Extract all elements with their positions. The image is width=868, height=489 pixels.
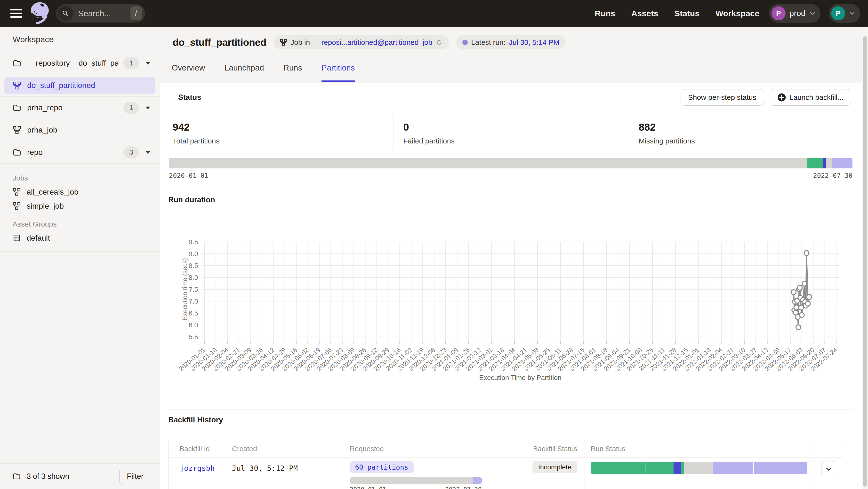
sidebar-footer: 3 of 3 shown Filter [0,463,160,489]
page-title: do_stuff_partitioned [173,37,266,48]
tab-runs[interactable]: Runs [283,63,302,82]
stat-label: Missing partitions [639,137,852,145]
nav-link-status[interactable]: Status [674,9,700,18]
run-duration-chart[interactable]: 9.59.08.58.07.57.06.56.05.52020-01-01202… [160,233,854,394]
search-shortcut-key: / [130,6,142,20]
svg-text:6.5: 6.5 [189,309,198,317]
job-origin-link[interactable]: __reposi...artitioned@partitioned_job [313,38,432,46]
repo-count-text: 3 of 3 shown [27,472,119,481]
svg-text:6.0: 6.0 [189,321,198,329]
sidebar-item-simple-job[interactable]: simple_job [12,199,151,213]
search-icon [58,6,73,21]
main-content: do_stuff_partitioned Job in __reposi...a… [160,27,868,489]
stat-total-partitions: 942 Total partitions [168,114,393,150]
requested-range-start: 2020-01-01 [350,486,386,489]
folder-icon [12,472,21,481]
job-icon [12,126,21,134]
created-timestamp: Jul 30, 5:12 PM [232,464,298,472]
folder-icon [12,103,21,112]
tab-launchpad[interactable]: Launchpad [224,63,264,82]
run-status-dot [462,40,468,45]
svg-text:7.0: 7.0 [189,298,198,305]
job-origin-prefix: Job in [290,38,310,46]
caret-down-icon[interactable] [145,105,151,111]
backfill-table: Backfill Id Created Requested Backfill S… [168,440,843,489]
svg-text:8.0: 8.0 [189,274,198,281]
nav-link-runs[interactable]: Runs [595,9,615,18]
job-icon [12,202,21,210]
filter-button[interactable]: Filter [119,468,151,485]
job-origin-pill: Job in __reposi...artitioned@partitioned… [274,35,449,50]
job-icon [12,188,21,196]
asset-groups-section-label: Asset Groups [12,219,151,229]
search-bar[interactable]: / [56,4,145,23]
nav-link-workspace[interactable]: Workspace [715,9,760,18]
dagster-logo-icon[interactable] [29,2,51,25]
latest-run-prefix: Latest run: [471,38,505,46]
count-badge: 1 [123,102,139,113]
svg-text:8.5: 8.5 [189,262,198,269]
stat-value: 0 [403,121,629,133]
expand-row-button[interactable] [821,461,836,477]
jobs-section-label: Jobs [12,173,151,183]
scrollbar-thumb[interactable] [863,36,867,487]
caret-down-icon[interactable] [145,60,151,66]
stat-failed-partitions: 0 Failed partitions [393,114,629,150]
partition-health-bar[interactable] [169,158,852,168]
sidebar-item-prha-job[interactable]: prha_job [0,119,160,141]
sidebar-item-default-asset-group[interactable]: default [12,231,151,245]
backfill-table-header: Backfill Id Created Requested Backfill S… [168,440,843,458]
deployment-switcher[interactable]: P prod [769,4,820,23]
requested-partitions-pill[interactable]: 60 partitions [350,461,414,473]
status-heading: Status [178,93,201,102]
range-end-label: 2022-07-30 [813,172,852,179]
launch-backfill-button[interactable]: Launch backfill... [770,89,851,106]
tab-overview[interactable]: Overview [172,63,205,82]
backfill-id-link[interactable]: jozrgsbh [180,464,215,472]
requested-range-end: 2022-07-30 [445,486,482,489]
run-status-bar[interactable] [591,462,807,474]
tab-bar: Overview Launchpad Runs Partitions [172,63,355,82]
backfill-history-heading: Backfill History [168,416,223,424]
chevron-down-icon [809,10,816,17]
tab-partitions[interactable]: Partitions [321,63,355,82]
deployment-avatar: P [772,6,785,20]
stat-missing-partitions: 882 Missing partitions [629,114,852,150]
svg-text:Execution Time by Partition: Execution Time by Partition [479,374,561,382]
col-actions [814,440,843,457]
top-nav: / Runs Assets Status Workspace P prod P [0,0,868,27]
search-input[interactable] [78,8,122,19]
selected-job-pill[interactable]: do_stuff_partitioned [4,77,155,94]
svg-text:9.0: 9.0 [189,250,198,258]
svg-text:5.5: 5.5 [189,333,198,341]
requested-progress-bar [350,477,482,484]
page-scrollbar[interactable] [862,27,868,489]
user-menu[interactable]: P [829,4,860,23]
folder-icon [12,148,21,157]
job-icon [12,81,21,90]
partition-health-section: 2020-01-01 2022-07-30 [169,158,852,179]
col-requested: Requested [343,440,489,457]
partition-stats: 942 Total partitions 0 Failed partitions… [168,114,852,150]
backfill-status-badge: Incomplete [532,461,577,473]
workspace-sidebar: Workspace __repository__do_stuff_partiti… [0,27,160,489]
show-per-step-status-button[interactable]: Show per-step status [681,89,764,106]
job-label: do_stuff_partitioned [27,81,155,90]
plus-circle-icon [777,93,786,102]
chevron-down-icon [849,10,856,17]
col-backfill-id: Backfill Id [168,440,226,457]
nav-link-assets[interactable]: Assets [631,9,658,18]
sidebar-item-repository[interactable]: __repository__do_stuff_partitio... 1 [0,52,160,74]
hamburger-menu-icon[interactable] [10,9,22,18]
caret-down-icon[interactable] [145,149,151,156]
job-label: prha_job [27,126,151,134]
sidebar-item-all-cereals-job[interactable]: all_cereals_job [12,185,151,199]
col-created: Created [226,440,343,457]
sidebar-item-prha-repo[interactable]: prha_repo 1 [0,97,160,119]
sidebar-item-repo[interactable]: repo 3 [0,141,160,164]
stat-label: Failed partitions [403,137,629,145]
deployment-label: prod [789,9,805,18]
refresh-icon[interactable] [436,39,442,46]
sidebar-item-do-stuff-partitioned[interactable]: do_stuff_partitioned [0,74,160,97]
latest-run-link[interactable]: Jul 30, 5:14 PM [509,38,559,46]
